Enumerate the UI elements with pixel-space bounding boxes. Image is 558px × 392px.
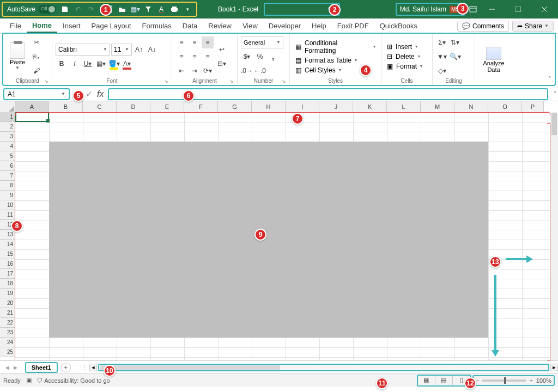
tab-insert[interactable]: Insert <box>57 20 86 32</box>
col-header[interactable]: N <box>454 101 488 112</box>
borders-icon[interactable]: ▦▾ <box>131 5 140 14</box>
zoom-level[interactable]: 100% <box>536 377 551 384</box>
row-header[interactable]: 16 <box>0 259 15 269</box>
sheet-next-icon[interactable]: ► <box>13 364 19 371</box>
align-center-icon[interactable]: ≡ <box>189 51 201 63</box>
row-header[interactable]: 23 <box>0 328 15 338</box>
col-header[interactable]: A <box>15 101 49 112</box>
percent-format-icon[interactable]: % <box>254 51 266 63</box>
format-as-table-button[interactable]: ▤Format as Table▾ <box>293 56 378 65</box>
row-header[interactable]: 11 <box>0 210 15 220</box>
cell-area[interactable] <box>15 112 550 360</box>
font-color-button[interactable]: A▾ <box>121 58 133 70</box>
col-header[interactable]: L <box>387 101 421 112</box>
page-layout-view-button[interactable]: ▤ <box>435 376 453 385</box>
tab-home[interactable]: Home <box>27 19 57 33</box>
tab-developer[interactable]: Developer <box>263 20 306 32</box>
row-header[interactable]: 6 <box>0 161 15 171</box>
find-select-icon[interactable]: 🔍▾ <box>449 51 461 63</box>
paste-button[interactable]: Paste ▼ <box>7 42 28 70</box>
col-header[interactable]: P <box>522 101 544 112</box>
col-header[interactable]: K <box>353 101 387 112</box>
enter-formula-icon[interactable]: ✓ <box>86 89 93 99</box>
analyze-data-button[interactable]: Analyze Data <box>478 47 509 73</box>
fill-color-button[interactable]: 🪣▾ <box>108 58 120 70</box>
tab-formulas[interactable]: Formulas <box>137 20 177 32</box>
autosave-toggle[interactable]: AutoSave Off <box>7 5 56 14</box>
accounting-format-icon[interactable]: $▾ <box>241 51 253 63</box>
bold-button[interactable]: B <box>56 58 68 70</box>
align-top-icon[interactable]: ≡ <box>175 36 187 48</box>
number-format-dropdown[interactable]: General▼ <box>241 36 283 48</box>
insert-cells-button[interactable]: ⊞Insert▾ <box>385 42 424 51</box>
sheet-nav-arrows[interactable]: ◄► <box>0 364 23 371</box>
font-size-dropdown[interactable]: 11▼ <box>111 44 132 56</box>
col-header[interactable]: I <box>286 101 319 112</box>
sort-filter-icon[interactable]: ⇅▾ <box>449 36 461 48</box>
hscroll-right-icon[interactable]: ► <box>550 364 558 371</box>
launcher-icon[interactable]: ↘ <box>164 78 168 84</box>
row-header[interactable]: 14 <box>0 240 15 249</box>
row-header[interactable]: 18 <box>0 279 15 289</box>
clear-icon[interactable]: ◇▾ <box>436 65 448 77</box>
col-header[interactable]: B <box>49 101 83 112</box>
sheet-tab[interactable]: Sheet1 <box>25 362 58 373</box>
zoom-slider[interactable] <box>482 379 526 382</box>
undo-icon[interactable]: ↶ <box>74 5 82 14</box>
row-header[interactable]: 2 <box>0 122 15 132</box>
row-header[interactable]: 22 <box>0 318 15 328</box>
col-header[interactable]: O <box>488 101 522 112</box>
underline-button[interactable]: U▾ <box>82 58 94 70</box>
tab-data[interactable]: Data <box>177 20 203 32</box>
vertical-scrollbar[interactable] <box>550 112 558 360</box>
row-header[interactable]: 4 <box>0 142 15 151</box>
row-header[interactable]: 20 <box>0 298 15 308</box>
borders-button[interactable]: ▦▾ <box>95 58 107 70</box>
launcher-icon[interactable]: ↘ <box>229 78 234 84</box>
share-button[interactable]: ➦Share▼ <box>512 21 554 32</box>
fill-icon[interactable]: ▼▾ <box>436 51 448 63</box>
col-header[interactable]: F <box>184 101 218 112</box>
row-header[interactable]: 9 <box>0 191 15 200</box>
ribbon-display-icon[interactable] <box>469 5 477 14</box>
align-left-icon[interactable]: ≡ <box>175 51 187 63</box>
tab-split-handle[interactable]: ⋮ <box>82 364 87 370</box>
collapse-ribbon-icon[interactable]: ˄ <box>548 76 551 83</box>
merge-center-icon[interactable]: ⊟▾ <box>216 58 228 70</box>
tab-page-layout[interactable]: Page Layout <box>86 20 137 32</box>
wrap-text-icon[interactable]: ↩ <box>216 44 228 56</box>
format-painter-icon[interactable]: 🖌 <box>31 65 43 77</box>
align-bottom-icon[interactable]: ≡ <box>202 36 214 48</box>
customize-qat-icon[interactable]: ▾ <box>183 5 192 14</box>
cut-icon[interactable]: ✂ <box>31 36 43 48</box>
increase-indent-icon[interactable]: ⇥ <box>189 65 201 77</box>
user-account[interactable]: Md. Saiful Islam MS <box>396 3 465 16</box>
tab-quickbooks[interactable]: QuickBooks <box>374 20 423 32</box>
row-header[interactable]: 15 <box>0 249 15 259</box>
row-header[interactable]: 5 <box>0 151 15 161</box>
accessibility-status[interactable]: ⛉ Accessibility: Good to go <box>37 377 110 384</box>
autosum-icon[interactable]: Σ▾ <box>436 36 448 48</box>
tab-review[interactable]: Review <box>203 20 237 32</box>
font-color-qat-icon[interactable]: A <box>157 5 166 14</box>
font-name-dropdown[interactable]: Calibri▼ <box>56 44 110 56</box>
select-all-corner[interactable] <box>0 101 15 112</box>
decrease-indent-icon[interactable]: ⇤ <box>175 65 187 77</box>
row-header[interactable]: 13 <box>0 230 15 240</box>
scrollbar-thumb[interactable] <box>551 113 557 135</box>
formula-bar[interactable] <box>108 88 548 100</box>
decrease-font-icon[interactable]: A↓ <box>146 44 158 56</box>
copy-icon[interactable]: ⎘▾ <box>31 51 43 63</box>
format-cells-button[interactable]: ▣Format▾ <box>385 62 424 71</box>
col-header[interactable]: G <box>218 101 252 112</box>
row-header[interactable]: 25 <box>0 347 15 357</box>
delete-cells-button[interactable]: ⊟Delete▾ <box>385 52 424 61</box>
row-header[interactable]: 10 <box>0 200 15 210</box>
tab-view[interactable]: View <box>237 20 263 32</box>
row-header[interactable]: 19 <box>0 289 15 298</box>
row-header[interactable]: 7 <box>0 171 15 181</box>
row-header[interactable]: 21 <box>0 308 15 318</box>
open-file-icon[interactable] <box>118 5 126 14</box>
col-header[interactable]: E <box>150 101 184 112</box>
decrease-decimal-icon[interactable]: ←.0 <box>254 65 266 77</box>
